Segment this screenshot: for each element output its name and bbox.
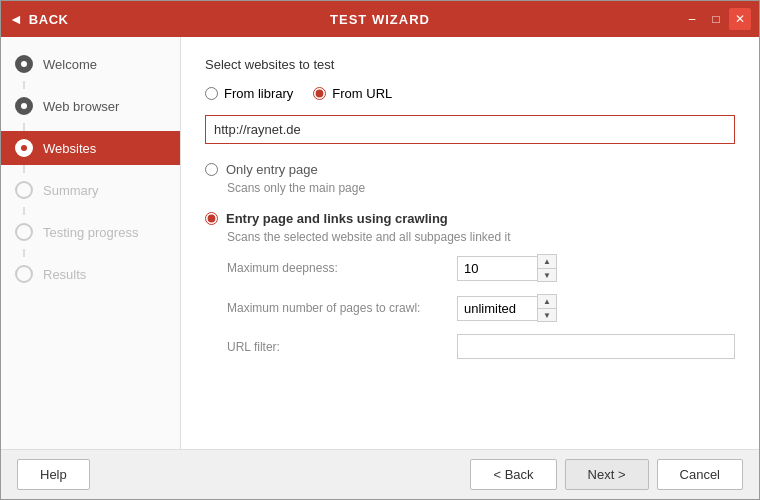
max-pages-input[interactable] (457, 296, 537, 321)
entry-crawling-block: Entry page and links using crawling Scan… (205, 211, 735, 359)
from-library-option[interactable]: From library (205, 86, 293, 101)
sidebar-item-summary: Summary (1, 173, 180, 207)
back-button[interactable]: < Back (470, 459, 556, 490)
minimize-button[interactable]: – (681, 8, 703, 30)
only-entry-radio[interactable] (205, 163, 218, 176)
step-circle-web-browser (15, 97, 33, 115)
main-area: Welcome Web browser Websites Summary Tes… (1, 37, 759, 449)
next-button[interactable]: Next > (565, 459, 649, 490)
step-circle-testing-progress (15, 223, 33, 241)
close-button[interactable]: ✕ (729, 8, 751, 30)
max-deepness-row: Maximum deepness: ▲ ▼ (227, 254, 735, 282)
step-line-4 (23, 207, 25, 215)
step-line-1 (23, 81, 25, 89)
window-controls: – □ ✕ (681, 8, 751, 30)
from-library-radio[interactable] (205, 87, 218, 100)
max-pages-spinner-buttons: ▲ ▼ (537, 294, 557, 322)
sidebar-label-summary: Summary (43, 183, 99, 198)
url-filter-input[interactable] (457, 334, 735, 359)
entry-crawling-label[interactable]: Entry page and links using crawling (226, 211, 448, 226)
help-button[interactable]: Help (17, 459, 90, 490)
from-url-radio[interactable] (313, 87, 326, 100)
step-line-5 (23, 249, 25, 257)
content-area: Select websites to test From library Fro… (181, 37, 759, 449)
back-label: BACK (29, 12, 69, 27)
sidebar-label-websites: Websites (43, 141, 96, 156)
max-pages-row: Maximum number of pages to crawl: ▲ ▼ (227, 294, 735, 322)
max-deepness-spinner-buttons: ▲ ▼ (537, 254, 557, 282)
entry-crawling-radio[interactable] (205, 212, 218, 225)
max-pages-spinner: ▲ ▼ (457, 294, 557, 322)
wizard-window: ◄ BACK TEST WIZARD – □ ✕ Welcome Web bro… (0, 0, 760, 500)
only-entry-label[interactable]: Only entry page (226, 162, 318, 177)
only-entry-desc: Scans only the main page (227, 181, 735, 195)
section-title: Select websites to test (205, 57, 735, 72)
max-deepness-up[interactable]: ▲ (537, 254, 557, 268)
from-url-label: From URL (332, 86, 392, 101)
step-line-2 (23, 123, 25, 131)
entry-crawling-row: Entry page and links using crawling (205, 211, 735, 226)
back-button[interactable]: ◄ BACK (9, 11, 68, 27)
url-filter-row: URL filter: (227, 334, 735, 359)
only-entry-row: Only entry page (205, 162, 735, 177)
sidebar-label-welcome: Welcome (43, 57, 97, 72)
from-url-option[interactable]: From URL (313, 86, 392, 101)
sidebar-item-results: Results (1, 257, 180, 291)
sidebar-label-testing-progress: Testing progress (43, 225, 138, 240)
sidebar-item-web-browser[interactable]: Web browser (1, 89, 180, 123)
sidebar-item-welcome[interactable]: Welcome (1, 47, 180, 81)
restore-button[interactable]: □ (705, 8, 727, 30)
sidebar-item-websites[interactable]: Websites (1, 131, 180, 165)
back-arrow-icon: ◄ (9, 11, 23, 27)
source-radio-group: From library From URL (205, 86, 735, 101)
step-circle-websites (15, 139, 33, 157)
step-circle-results (15, 265, 33, 283)
url-filter-label: URL filter: (227, 340, 447, 354)
max-pages-label: Maximum number of pages to crawl: (227, 301, 447, 315)
max-deepness-input[interactable] (457, 256, 537, 281)
url-input[interactable] (205, 115, 735, 144)
footer: Help < Back Next > Cancel (1, 449, 759, 499)
step-circle-summary (15, 181, 33, 199)
max-deepness-spinner: ▲ ▼ (457, 254, 557, 282)
step-line-3 (23, 165, 25, 173)
footer-right: < Back Next > Cancel (470, 459, 743, 490)
sidebar-item-testing-progress: Testing progress (1, 215, 180, 249)
max-deepness-label: Maximum deepness: (227, 261, 447, 275)
only-entry-block: Only entry page Scans only the main page (205, 162, 735, 195)
max-deepness-down[interactable]: ▼ (537, 268, 557, 282)
cancel-button[interactable]: Cancel (657, 459, 743, 490)
from-library-label: From library (224, 86, 293, 101)
step-circle-welcome (15, 55, 33, 73)
max-pages-up[interactable]: ▲ (537, 294, 557, 308)
sidebar: Welcome Web browser Websites Summary Tes… (1, 37, 181, 449)
sidebar-label-results: Results (43, 267, 86, 282)
sidebar-label-web-browser: Web browser (43, 99, 119, 114)
window-title: TEST WIZARD (330, 12, 430, 27)
max-pages-down[interactable]: ▼ (537, 308, 557, 322)
entry-crawling-desc: Scans the selected website and all subpa… (227, 230, 735, 244)
titlebar: ◄ BACK TEST WIZARD – □ ✕ (1, 1, 759, 37)
